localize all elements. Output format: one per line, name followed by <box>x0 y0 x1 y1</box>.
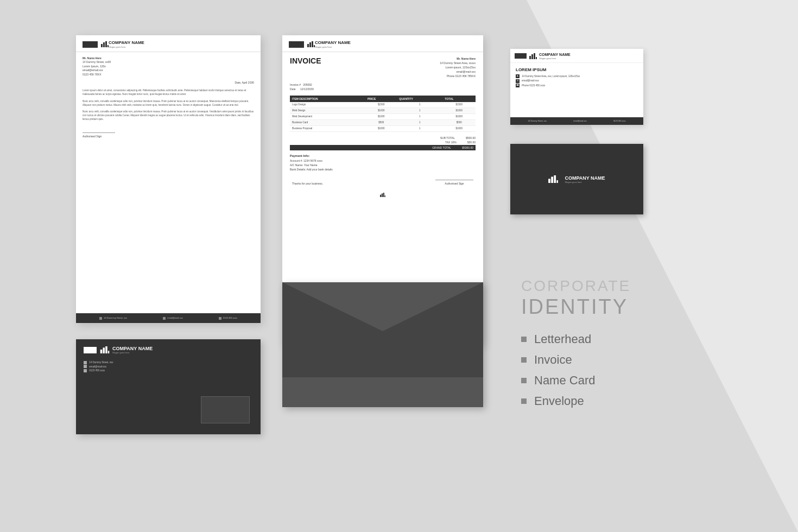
nc-dark-content: COMPANY NAME Slogan goes here <box>510 144 643 214</box>
invoice-company-name: COMPANY NAME <box>315 41 351 46</box>
body-para-1: Lorem ipsum dolor sit amet, consectetur … <box>83 88 254 96</box>
invoice-info: Invoice # 205092 Date 12/12/2030 <box>290 83 476 91</box>
invoice-sign: Authorised Sign <box>435 180 473 185</box>
letter-date: Date, April 2030 <box>83 81 254 84</box>
nc-footer-phone: 0123 456 xxxx <box>613 120 626 122</box>
envelope-header: COMPANY NAME Slogan goes here <box>76 339 261 358</box>
grand-total-row: GRAND TOTAL $5300.00 <box>290 145 476 150</box>
env-address-3: 0123 456 xxxx <box>84 369 253 373</box>
envelope-window <box>201 396 250 423</box>
nc-header-bar <box>515 53 527 59</box>
invoice-header: COMPANY NAME Slogan goes here <box>282 35 483 52</box>
svg-rect-18 <box>529 56 531 59</box>
nc-white-slogan: Slogan goes here <box>539 57 571 60</box>
nc-dark-company-name: COMPANY NAME <box>565 175 605 181</box>
svg-rect-19 <box>531 54 533 59</box>
sender-email: email@email.xxx <box>83 68 254 73</box>
invoice-company-info: COMPANY NAME Slogan goes here <box>315 41 351 48</box>
letter-body: Lorem ipsum dolor sit amet, consectetur … <box>83 88 254 121</box>
svg-rect-2 <box>105 41 107 47</box>
invoice-recipient: Mr. Name Here 14 Dummy Street Area, xxxx… <box>440 56 476 78</box>
invoice-table-row: Business Card$5001$500 <box>290 119 476 125</box>
nc-email: email@mail-xxx <box>522 79 539 83</box>
ci-bullet <box>521 398 527 404</box>
thanks-message: Thanks for your business. <box>292 182 323 185</box>
logo-icon <box>101 41 109 47</box>
recipient-addr1: 14 Dummy Street Area, xxxxx <box>440 61 476 65</box>
invoice-footer-logo <box>282 189 483 202</box>
ci-bullet <box>521 357 527 363</box>
body-para-2: Nunc arcu velit, convallis scelerisque o… <box>83 99 254 107</box>
nc-phone-row: ☎ Phone 0123 456 xxxx <box>516 84 638 88</box>
nc-dark-company-info: COMPANY NAME Slogan goes here <box>565 175 605 183</box>
invoice-table-row: Web Development$10001$1000 <box>290 113 476 119</box>
ci-title-1: CORPORATE <box>521 277 631 295</box>
svg-rect-5 <box>163 317 166 320</box>
page-container: COMPANY NAME Slogan goes here Mr. Name H… <box>0 0 798 532</box>
ci-title-2: IDENTITY <box>521 295 631 319</box>
inv-date: 12/12/2030 <box>300 87 314 91</box>
svg-rect-11 <box>380 194 381 197</box>
inv-date-label: Date <box>290 87 296 91</box>
nc-white-header: COMPANY NAME Slogan goes here <box>510 49 643 63</box>
grand-total-value: $5300.00 <box>462 146 473 149</box>
ci-item-label: Invoice <box>534 353 572 367</box>
invoice-sign-row: Thanks for your business. Authorised Sig… <box>290 180 476 185</box>
envelope-body: 14 Dummy Street, xxx email@mail-xxx 0123… <box>76 358 261 375</box>
grand-total-label: GRAND TOTAL <box>432 146 451 149</box>
nc-email-icon: ✉ <box>516 79 520 83</box>
footer-email: email@mail-xxx <box>163 316 182 319</box>
nc-contact-details: ■ 14 Dummy Street Area, xxx, Lorem ipsum… <box>516 74 638 88</box>
ci-item-label: Name Card <box>534 373 595 388</box>
authorised-sign: Authorised Sign <box>83 132 115 138</box>
svg-rect-4 <box>99 317 102 320</box>
nc-white-company-info: COMPANY NAME Slogan goes here <box>539 53 571 60</box>
inv-number: 205092 <box>303 83 312 86</box>
env-company-info: COMPANY NAME Slogan goes here <box>112 346 153 354</box>
envelope-document: COMPANY NAME Slogan goes here 14 Dummy S… <box>76 339 261 434</box>
company-name: COMPANY NAME <box>109 41 144 46</box>
recipient-phone: Phone 0123 456 785XX <box>440 74 476 78</box>
svg-rect-13 <box>383 193 384 197</box>
nc-phone: Phone 0123 456 xxxx <box>522 84 545 88</box>
company-slogan: Slogan goes here <box>109 46 144 48</box>
env-slogan: Slogan goes here <box>112 351 153 354</box>
invoice-table-row: Business Proposal$10001$1000 <box>290 125 476 131</box>
invoice-header-bar <box>289 41 304 48</box>
recipient-email: email@mail-xxx <box>440 69 476 74</box>
header-bar <box>83 41 98 48</box>
invoice-table-row: Web Design$10001$1000 <box>290 107 476 113</box>
svg-rect-30 <box>84 361 87 364</box>
nc-person-name: LOREM IPSUM <box>516 67 638 72</box>
env-header-bar <box>84 347 97 353</box>
svg-rect-12 <box>382 193 383 197</box>
envelope-flap-bottom <box>282 377 483 407</box>
svg-rect-20 <box>534 53 535 59</box>
letterhead-company-info: COMPANY NAME Slogan goes here <box>109 41 144 48</box>
svg-rect-28 <box>105 346 107 353</box>
nc-dark-slogan: Slogan goes here <box>565 181 605 183</box>
name-card-white: COMPANY NAME Slogan goes here LOREM IPSU… <box>510 49 643 125</box>
payment-title: Payment Info: <box>290 154 309 157</box>
ci-items-list: LetterheadInvoiceName CardEnvelope <box>521 332 631 408</box>
col-price: PRICE <box>365 96 397 102</box>
nc-dark-logo-row: COMPANY NAME Slogan goes here <box>548 175 605 183</box>
letterhead-header: COMPANY NAME Slogan goes here <box>76 35 261 52</box>
recipient-addr2: Lorem ipsum, 120xx15xx <box>440 65 476 69</box>
payment-info: Payment Info: Account #: 1234 5678 xxxx … <box>290 154 476 172</box>
svg-rect-22 <box>548 179 550 183</box>
name-card-dark: COMPANY NAME Slogan goes here <box>510 144 643 214</box>
ci-bullet <box>521 378 527 383</box>
recipient-name: Mr. Name Here <box>457 57 476 60</box>
subtotal-value: $500.00 <box>466 136 476 140</box>
ci-bullet <box>521 337 527 342</box>
corporate-identity-section: CORPORATE IDENTITY LetterheadInvoiceName… <box>521 277 631 415</box>
tax-label: TAX 10% <box>445 141 457 144</box>
nc-white-logo-icon <box>529 53 537 59</box>
invoice-slogan: Slogan goes here <box>315 46 351 48</box>
svg-rect-9 <box>312 41 313 47</box>
svg-rect-14 <box>385 195 385 197</box>
payment-account: Account #: 1234 5678 xxxx <box>290 159 322 162</box>
env-address-1: 14 Dummy Street, xxx <box>84 360 253 365</box>
letterhead-footer: 14 Dummmy Street, xxx email@mail-xxx 012… <box>76 313 261 323</box>
